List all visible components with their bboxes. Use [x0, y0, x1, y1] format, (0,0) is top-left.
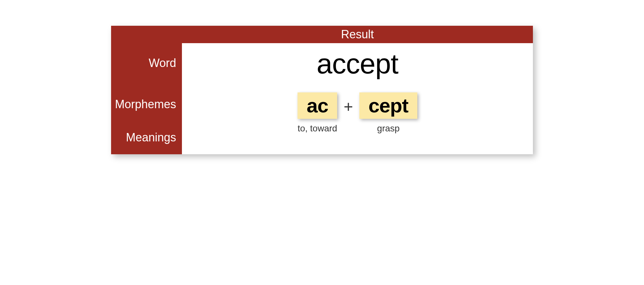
content-column: accept ac to, toward + cept grasp: [182, 43, 533, 154]
morphemes-row: ac to, toward + cept grasp: [298, 92, 417, 134]
label-meanings: Meanings: [126, 130, 176, 144]
morpheme-tile-0: ac: [298, 92, 337, 119]
header-spacer: [111, 26, 182, 43]
morpheme-meaning-0: to, toward: [298, 123, 337, 134]
label-morphemes: Morphemes: [115, 97, 176, 111]
morpheme-group-0: ac to, toward: [298, 92, 337, 134]
label-word: Word: [149, 56, 176, 70]
labels-column: Word Morphemes Meanings: [111, 43, 182, 154]
morpheme-meaning-1: grasp: [377, 123, 400, 134]
header-row: Result: [111, 26, 533, 43]
result-word: accept: [317, 50, 398, 78]
header-title: Result: [182, 26, 533, 43]
main-row: Word Morphemes Meanings accept ac to, to…: [111, 43, 533, 154]
result-panel: Result Word Morphemes Meanings accept ac…: [111, 26, 533, 154]
plus-icon: +: [344, 99, 353, 115]
morpheme-group-1: cept grasp: [359, 92, 417, 134]
morpheme-tile-1: cept: [359, 92, 417, 119]
